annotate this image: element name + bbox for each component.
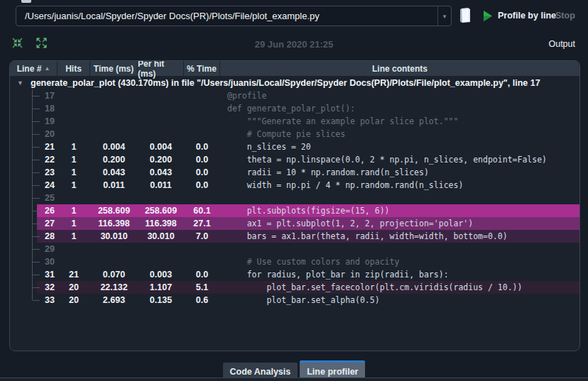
chevron-down-icon: ▾ [443,13,447,20]
line-number-cell: 23 [37,167,58,177]
time-ms-cell: 0.004 [90,142,138,152]
tree-branch [10,230,37,243]
profile-row-body[interactable]: 31210.0700.0030.0 for radius, plot_bar i… [37,268,579,281]
profile-row: 261258.609258.60960.1 plt.subplots(figsi… [10,204,579,217]
collapse-row-icon[interactable]: ▼ [10,79,31,87]
line-contents-cell: n_slices = 20 [220,142,579,152]
per-hit-ms-cell: 30.010 [138,231,184,241]
hits-cell: 20 [58,295,90,305]
profile-row-body[interactable]: 271116.398116.39827.1 ax1 = plt.subplot(… [37,217,579,230]
profile-row-body[interactable]: 30 # Use custom colors and opacity [37,255,579,268]
time-ms-cell: 0.043 [90,167,138,177]
line-number-cell: 25 [37,193,58,203]
time-ms-cell: 258.609 [90,206,138,216]
per-hit-ms-cell: 0.011 [138,180,184,190]
column-header-per-hit-ms[interactable]: Per hit (ms) [138,61,184,76]
hits-cell: 1 [58,219,90,228]
profile-row: 33202.6930.1350.6 plot_bar.set_alpha(0.5… [10,294,579,307]
tree-branch [10,281,37,294]
tree-branch [10,166,37,179]
profile-row-body[interactable]: 322022.1321.1075.1 plot_bar.set_facecolo… [37,281,579,294]
time-ms-cell: 30.010 [90,231,138,241]
hits-cell: 1 [58,142,90,152]
stop-button[interactable]: Stop [555,11,575,21]
tab-line-profiler[interactable]: Line profiler [300,360,365,378]
profile-row: 28130.01030.0107.0 bars = ax1.bar(theta,… [10,230,579,243]
table-rows: 17@profile18def generate_polar_plot():19… [10,89,579,307]
hits-cell: 1 [58,231,90,241]
play-icon [484,11,492,21]
per-hit-ms-cell: 0.043 [138,167,184,177]
profile-row: 20 # Compute pie slices [10,128,579,140]
profile-row-body[interactable]: 17@profile [37,89,579,102]
line-contents-cell: @profile [220,91,579,101]
per-hit-ms-cell: 0.135 [138,295,184,305]
profile-row-body[interactable]: 2110.0040.0040.0 n_slices = 20 [37,140,579,153]
file-path-value[interactable]: /Users/juanis/Local/Spyder/Spyder Docs(P… [16,6,437,26]
window-handle [21,0,31,3]
column-header-time[interactable]: % Time [184,61,220,76]
tree-branch [10,294,37,307]
profile-row: 25 [10,192,579,204]
line-contents-cell: # Compute pie slices [220,129,579,139]
per-hit-ms-cell: 116.398 [138,219,184,228]
tree-branch [10,204,37,217]
profile-row: 17@profile [10,89,579,102]
profile-row: 271116.398116.39827.1 ax1 = plt.subplot(… [10,217,579,230]
line-contents-cell: def generate_polar_plot(): [220,104,579,114]
profile-row-body[interactable]: 33202.6930.1350.6 plot_bar.set_alpha(0.5… [37,294,579,307]
profile-row-body[interactable]: 2410.0110.0110.0 width = np.pi / 4 * np.… [37,179,579,192]
line-contents-cell: radii = 10 * np.random.rand(n_slices) [220,167,579,177]
profile-row-body[interactable]: 2310.0430.0430.0 radii = 10 * np.random.… [37,166,579,179]
hits-cell: 1 [58,167,90,177]
profile-by-line-button[interactable]: Profile by line [484,8,556,23]
footer-strip [0,377,588,381]
pct-time-cell: 0.0 [184,180,220,190]
profile-row-body[interactable]: 28130.01030.0107.0 bars = ax1.bar(theta,… [37,230,579,243]
profile-row-body[interactable]: 25 [37,192,579,204]
sort-ascending-icon: ▲ [44,65,50,72]
function-row[interactable]: ▼ generate_polar_plot (430.170ms) in fil… [10,76,579,89]
line-number-cell: 33 [37,295,58,305]
function-summary: generate_polar_plot (430.170ms) in file … [31,78,540,88]
line-contents-cell: bars = ax1.bar(theta, radii, width=width… [220,231,579,241]
line-number-cell: 19 [37,116,58,126]
per-hit-ms-cell: 258.609 [138,206,184,216]
line-number-cell: 31 [37,270,58,280]
profile-row-body[interactable]: 2210.2000.2000.0 theta = np.linspace(0.0… [37,153,579,166]
pct-time-cell: 60.1 [184,206,220,216]
column-header-hits[interactable]: Hits [58,61,90,76]
file-path-combobox[interactable]: /Users/juanis/Local/Spyder/Spyder Docs(P… [16,6,452,26]
profile-row: 19 """Generate an example polar slice pl… [10,115,579,128]
profile-row: 18def generate_polar_plot(): [10,102,579,115]
hits-cell: 1 [58,206,90,216]
line-number-cell: 24 [37,180,58,190]
profile-row: 30 # Use custom colors and opacity [10,255,579,268]
profile-row: 2310.0430.0430.0 radii = 10 * np.random.… [10,166,579,179]
tab-code-analysis[interactable]: Code Analysis [223,363,298,378]
document-icon[interactable] [459,8,472,23]
line-contents-cell: plot_bar.set_alpha(0.5) [220,295,579,305]
hits-cell: 1 [58,180,90,190]
line-number-cell: 26 [37,206,58,216]
column-header-line[interactable]: Line #▲ [10,61,58,76]
column-header-label: Hits [65,64,82,74]
output-button[interactable]: Output [548,39,575,49]
profile-row-body[interactable]: 20 # Compute pie slices [37,128,579,140]
pct-time-cell: 0.6 [184,295,220,305]
combobox-dropdown-button[interactable]: ▾ [437,6,451,26]
pct-time-cell: 27.1 [184,219,220,228]
spyder-line-profiler-panel: /Users/juanis/Local/Spyder/Spyder Docs(P… [0,0,588,381]
profile-row-body[interactable]: 19 """Generate an example polar slice pl… [37,115,579,128]
column-header-line-contents[interactable]: Line contents [220,61,579,76]
profile-row-body[interactable]: 261258.609258.60960.1 plt.subplots(figsi… [37,204,579,217]
hits-cell: 21 [58,270,90,280]
time-ms-cell: 116.398 [90,219,138,228]
profile-row-body[interactable]: 18def generate_polar_plot(): [37,102,579,115]
time-ms-cell: 22.132 [90,282,138,292]
column-header-time-ms[interactable]: Time (ms) [90,61,138,76]
line-number-cell: 17 [37,91,58,101]
profile-row-body[interactable]: 29 [37,243,579,255]
line-contents-cell: ax1 = plt.subplot(1, 2, 2, projection='p… [220,219,579,228]
per-hit-ms-cell: 0.200 [138,155,184,165]
